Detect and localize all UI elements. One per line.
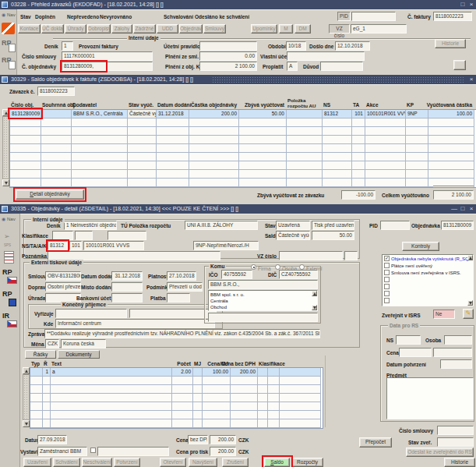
vz-cislo-field[interactable]: eG_1 bbox=[351, 24, 407, 34]
items-empty-cell[interactable] bbox=[280, 411, 321, 419]
orders-empty-cell[interactable] bbox=[239, 170, 287, 179]
rs-ns-field[interactable] bbox=[396, 335, 421, 345]
orders-empty-cell[interactable] bbox=[157, 153, 189, 161]
rs-cislo-smlouvy-field[interactable] bbox=[437, 426, 474, 435]
items-empty-cell[interactable] bbox=[203, 394, 231, 402]
ico-field[interactable]: 40755592 bbox=[221, 270, 252, 279]
orders-empty-cell[interactable] bbox=[406, 161, 428, 170]
kontroly-item[interactable]: ✓Objednávka nebyla vytisknutá (R_SQL bbox=[383, 255, 473, 262]
toolbar-button-objedn-vky[interactable]: Objednávky bbox=[179, 24, 203, 34]
denik-field[interactable]: 1 bbox=[62, 41, 73, 51]
orders-empty-cell[interactable] bbox=[239, 179, 287, 187]
orders-empty-cell[interactable] bbox=[323, 179, 352, 187]
orders-empty-cell[interactable] bbox=[189, 170, 239, 179]
orders-empty-cell[interactable] bbox=[239, 136, 287, 144]
items-column-mj[interactable]: MJ bbox=[192, 361, 202, 367]
objednavka-field-w3[interactable]: 8131280009 bbox=[441, 221, 474, 230]
orders-empty-cell[interactable] bbox=[287, 136, 323, 144]
bottom-button-historie[interactable]: Historie bbox=[444, 458, 475, 467]
items-empty-cell[interactable] bbox=[51, 411, 172, 419]
orders-row-cell[interactable]: BBM S.R.O., Centrála bbox=[72, 110, 128, 119]
rs-datum-potvrzeni-field[interactable] bbox=[440, 359, 472, 369]
items-empty-cell[interactable] bbox=[30, 394, 43, 402]
window2-close-icon[interactable]: × bbox=[467, 75, 475, 84]
vz-cislo-field-2-w3[interactable] bbox=[344, 251, 358, 260]
orders-empty-cell[interactable] bbox=[157, 161, 189, 170]
orders-empty-cell[interactable] bbox=[189, 119, 239, 127]
vystavil-field[interactable]: Zaměstnanci BBM bbox=[37, 447, 87, 456]
vz-cislo-field-w3[interactable] bbox=[279, 251, 343, 260]
orders-empty-cell[interactable] bbox=[189, 136, 239, 144]
checkbox-icon[interactable] bbox=[384, 270, 390, 275]
bottom-button-saldo[interactable]: Saldo bbox=[264, 458, 290, 467]
orders-empty-cell[interactable] bbox=[428, 127, 474, 136]
orders-empty-cell[interactable] bbox=[239, 144, 287, 153]
toolbar-button-z-lohy[interactable]: Zálohy bbox=[111, 24, 132, 34]
orders-empty-cell[interactable] bbox=[287, 127, 323, 136]
orders-empty-cell[interactable] bbox=[428, 153, 474, 161]
orders-empty-cell[interactable] bbox=[287, 161, 323, 170]
window3-minimize-icon[interactable]: — bbox=[450, 204, 458, 214]
kontroly-scroll-down-icon[interactable] bbox=[467, 300, 473, 306]
bottom-button-nav-en[interactable]: Navýšení bbox=[189, 458, 217, 467]
orders-empty-cell[interactable] bbox=[189, 144, 239, 153]
kontroly-item[interactable]: Plátce není ověřený bbox=[383, 262, 473, 269]
orders-empty-cell[interactable] bbox=[72, 144, 128, 153]
orders-row-cell[interactable]: Částečně vy bbox=[128, 110, 157, 119]
klasifikace-field-2[interactable] bbox=[75, 231, 93, 240]
window3-nav-label[interactable]: Nav bbox=[7, 216, 16, 223]
bottom-button-rozpo-ty[interactable]: Rozpočty bbox=[291, 458, 323, 467]
items-column-klasifikace[interactable]: Klasifikace bbox=[257, 361, 320, 367]
orders-empty-cell[interactable] bbox=[352, 179, 365, 187]
orders-empty-cell[interactable] bbox=[352, 119, 365, 127]
items-empty-cell[interactable] bbox=[258, 385, 268, 394]
kontroly-empty-item[interactable] bbox=[383, 283, 473, 290]
items-empty-cell[interactable] bbox=[172, 402, 193, 411]
orders-empty-cell[interactable] bbox=[10, 119, 41, 127]
radio-externi[interactable] bbox=[299, 264, 305, 270]
toolbar-button-dm[interactable]: DM bbox=[294, 24, 311, 34]
datum-dodani-field[interactable]: 31.12.2018 bbox=[111, 271, 143, 281]
items-empty-cell[interactable] bbox=[193, 394, 203, 402]
items-empty-cell[interactable] bbox=[231, 419, 258, 428]
orders-empty-cell[interactable] bbox=[128, 153, 157, 161]
window1-nav-label[interactable]: Nav bbox=[7, 12, 16, 19]
orders-empty-cell[interactable] bbox=[41, 136, 72, 144]
adresa-extra-field[interactable] bbox=[208, 313, 318, 322]
kontroly-empty-item[interactable] bbox=[383, 276, 473, 283]
window3-close-icon[interactable]: × bbox=[467, 204, 475, 214]
orders-row-cell[interactable]: 50.00 bbox=[239, 110, 287, 119]
orders-empty-cell[interactable] bbox=[41, 179, 72, 187]
orders-empty-cell[interactable] bbox=[72, 170, 128, 179]
orders-empty-cell[interactable] bbox=[323, 161, 352, 170]
window1-titlebar[interactable]: 03228 - Přehled závazků (EKDOFAD) - [18.… bbox=[0, 0, 476, 9]
items-empty-cell[interactable] bbox=[268, 385, 280, 394]
orders-empty-cell[interactable] bbox=[239, 153, 287, 161]
orders-empty-cell[interactable] bbox=[352, 153, 365, 161]
klasifikace-field-1[interactable] bbox=[52, 231, 73, 240]
record-up-icon[interactable] bbox=[2, 109, 9, 116]
toolbar-button-hrady[interactable]: Úhrady bbox=[65, 24, 86, 34]
orders-empty-cell[interactable] bbox=[428, 119, 474, 127]
vyrizuje-field-1[interactable] bbox=[55, 309, 127, 318]
orders-empty-cell[interactable] bbox=[323, 170, 352, 179]
orders-column-ns[interactable]: NS bbox=[322, 102, 351, 108]
items-row-cell[interactable]: 1 bbox=[43, 368, 51, 377]
window1-close-icon[interactable]: × bbox=[467, 0, 475, 9]
items-row-cell[interactable] bbox=[30, 368, 43, 377]
orders-row-cell[interactable]: 101 bbox=[352, 110, 365, 119]
cislo-faktury-field[interactable]: 8118002223 bbox=[433, 12, 472, 21]
orders-empty-cell[interactable] bbox=[10, 170, 41, 179]
orders-empty-cell[interactable] bbox=[128, 127, 157, 136]
record-down-icon[interactable] bbox=[2, 179, 9, 186]
items-row-cell[interactable]: 200.00 bbox=[231, 368, 258, 377]
bottom-button-potvrzen[interactable]: Potvrzení bbox=[114, 458, 140, 467]
items-empty-cell[interactable] bbox=[193, 377, 203, 385]
items-empty-cell[interactable] bbox=[43, 377, 51, 385]
orders-empty-cell[interactable] bbox=[189, 153, 239, 161]
items-down-icon[interactable] bbox=[23, 420, 30, 427]
orders-row-cell[interactable]: 200.00 bbox=[189, 110, 239, 119]
radio-osoba[interactable] bbox=[275, 264, 280, 270]
items-column-cena-bez-dph[interactable]: Cena bez DPH bbox=[230, 361, 257, 367]
items-empty-cell[interactable] bbox=[51, 377, 172, 385]
